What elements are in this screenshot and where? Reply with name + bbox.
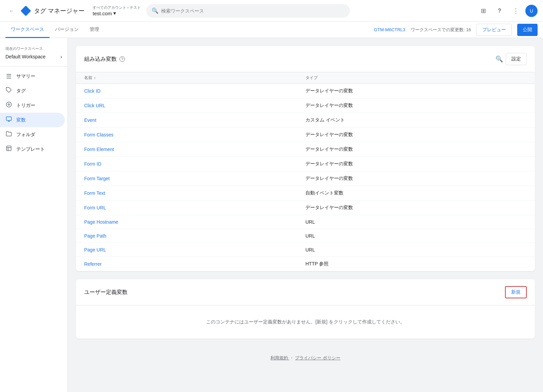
var-name-link[interactable]: Event (84, 117, 305, 123)
tab-version[interactable]: バージョン (50, 22, 84, 38)
more-icon: ⋮ (513, 7, 519, 15)
table-row: Form Target データレイヤーの変数 (76, 171, 535, 186)
var-name-link[interactable]: Page Path (84, 233, 305, 239)
var-name-link[interactable]: Form ID (84, 161, 305, 167)
table-row: Click ID データレイヤーの変数 (76, 84, 535, 98)
app-title: タグ マネージャー (34, 7, 85, 15)
table-row: Page Path URL (76, 229, 535, 243)
header-actions: ⊞ ? ⋮ U (476, 4, 538, 18)
workspace-section: 現在のワークスペース Default Workspace › (0, 43, 68, 67)
triggers-icon (5, 101, 12, 109)
table-row: Click URL データレイヤーの変数 (76, 98, 535, 113)
search-bar: 🔍 (146, 4, 350, 18)
var-name-link[interactable]: Form Classes (84, 132, 305, 137)
avatar[interactable]: U (525, 5, 538, 17)
table-header: 名前 ↑ タイプ (76, 72, 535, 84)
help-button[interactable]: ? (493, 4, 506, 18)
table-row: Form Element データレイヤーの変数 (76, 142, 535, 157)
type-header: タイプ (305, 75, 527, 81)
dropdown-icon: ▾ (113, 10, 116, 16)
card-header-actions: 🔍 設定 (495, 53, 527, 65)
back-icon: ← (9, 8, 14, 14)
var-name-link[interactable]: Page Hostname (84, 219, 305, 225)
settings-button[interactable]: 設定 (506, 53, 527, 65)
back-button[interactable]: ← (5, 5, 18, 17)
var-name-link[interactable]: Form Target (84, 176, 305, 181)
table-row: Form Classes データレイヤーの変数 (76, 128, 535, 142)
sidebar: 現在のワークスペース Default Workspace › ☰ サマリー タグ (0, 38, 68, 392)
var-name-link[interactable]: Click ID (84, 88, 305, 94)
sort-icon: ↑ (94, 76, 96, 80)
tab-workspace[interactable]: ワークスペース (5, 22, 50, 38)
var-name-link[interactable]: Page URL (84, 247, 305, 253)
app-logo (20, 5, 31, 16)
help-circle-icon[interactable]: ? (119, 56, 125, 62)
sidebar-item-templates[interactable]: テンプレート (0, 142, 65, 156)
var-name-link[interactable]: Click URL (84, 103, 305, 108)
account-breadcrumb: すべてのアカウント › テスト (93, 5, 141, 10)
var-name-link[interactable]: Form Element (84, 147, 305, 152)
var-type: データレイヤーの変数 (305, 88, 527, 94)
var-type: URL (305, 219, 527, 225)
tab-admin[interactable]: 管理 (84, 22, 105, 38)
summary-icon: ☰ (5, 73, 12, 80)
gtm-id: GTM-M6CTRL3 (374, 27, 405, 32)
preview-button[interactable]: プレビュー (476, 24, 512, 36)
layout: 現在のワークスペース Default Workspace › ☰ サマリー タグ (0, 38, 543, 392)
user-vars-title: ユーザー定義変数 (84, 289, 128, 296)
sidebar-item-folders[interactable]: フォルダ (0, 127, 65, 142)
footer: 利用規約 ・ プライバシー ポリシー (76, 347, 535, 369)
vars-table-body: Click ID データレイヤーの変数 Click URL データレイヤーの変数… (76, 84, 535, 271)
table-row: Event カスタム イベント (76, 113, 535, 128)
help-icon: ? (498, 8, 501, 14)
var-name-link[interactable]: Referrer (84, 261, 305, 267)
table-row: Form URL データレイヤーの変数 (76, 201, 535, 215)
more-button[interactable]: ⋮ (509, 4, 523, 18)
sidebar-nav: ☰ サマリー タグ トリガー (0, 67, 68, 159)
builtin-vars-card: 組み込み変数 ? 🔍 設定 名前 ↑ タイプ (76, 46, 535, 271)
svg-point-2 (8, 104, 10, 106)
nav-right: GTM-M6CTRL3 ワークスペースでの変更数: 16 プレビュー 公開 (374, 24, 538, 36)
sidebar-item-triggers[interactable]: トリガー (0, 98, 65, 113)
workspace-chevron: › (60, 54, 62, 59)
workspace-name-selector[interactable]: Default Workspace › (5, 53, 62, 61)
new-variable-button[interactable]: 新規 (505, 286, 527, 298)
tags-icon (5, 87, 12, 95)
variables-icon (5, 116, 12, 124)
account-selector[interactable]: すべてのアカウント › テスト test.com ▾ (93, 5, 141, 16)
var-type: カスタム イベント (305, 117, 527, 123)
var-name-link[interactable]: Form URL (84, 205, 305, 210)
table-row: Form ID データレイヤーの変数 (76, 157, 535, 171)
publish-button[interactable]: 公開 (517, 24, 538, 36)
folders-icon (5, 131, 12, 138)
var-type: HTTP 参照 (305, 261, 527, 267)
name-header: 名前 ↑ (84, 75, 305, 81)
empty-state: このコンテナにはユーザー定義変数がありません。[新規] をクリックして作成してく… (76, 305, 535, 339)
table-row: Page URL URL (76, 243, 535, 257)
table-row: Page Hostname URL (76, 215, 535, 229)
grid-button[interactable]: ⊞ (476, 4, 490, 18)
diamond-icon (20, 5, 31, 16)
var-type: URL (305, 247, 527, 253)
builtin-vars-header: 組み込み変数 ? 🔍 設定 (76, 46, 535, 72)
var-name-link[interactable]: Form Text (84, 190, 305, 196)
terms-link[interactable]: 利用規約 (270, 355, 289, 360)
sidebar-item-summary[interactable]: ☰ サマリー (0, 69, 65, 83)
var-type: データレイヤーの変数 (305, 161, 527, 167)
search-input[interactable] (161, 8, 344, 14)
table-row: Referrer HTTP 参照 (76, 257, 535, 271)
search-icon: 🔍 (152, 7, 158, 14)
var-type: データレイヤーの変数 (305, 132, 527, 138)
svg-rect-6 (6, 146, 11, 151)
workspace-label: 現在のワークスペース (5, 46, 62, 51)
account-name: test.com ▾ (93, 10, 141, 16)
sidebar-item-tags[interactable]: タグ (0, 83, 65, 98)
top-header: ← タグ マネージャー すべてのアカウント › テスト test.com ▾ 🔍… (0, 0, 543, 22)
table-row: Form Text 自動イベント変数 (76, 186, 535, 201)
privacy-link[interactable]: プライバシー ポリシー (295, 355, 340, 360)
sidebar-item-variables[interactable]: 変数 (0, 113, 65, 127)
templates-icon (5, 145, 12, 153)
builtin-search-icon[interactable]: 🔍 (495, 55, 503, 63)
user-vars-header: ユーザー定義変数 新規 (76, 279, 535, 305)
main-content: 組み込み変数 ? 🔍 設定 名前 ↑ タイプ (68, 38, 543, 392)
